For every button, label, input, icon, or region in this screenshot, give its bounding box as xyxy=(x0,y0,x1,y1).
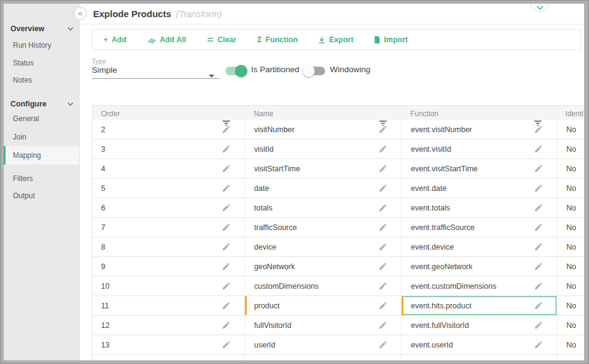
sidebar-section-overview[interactable]: Overview xyxy=(4,21,79,37)
order-value: 3 xyxy=(101,145,105,154)
edit-icon[interactable] xyxy=(222,360,231,360)
edit-icon[interactable] xyxy=(222,184,231,193)
edit-icon[interactable] xyxy=(222,262,231,271)
name-cell: totals xyxy=(245,198,402,217)
function-value: event.date xyxy=(411,184,446,193)
function-value: event.visitStartTime xyxy=(411,165,478,173)
sidebar-item-notes[interactable]: Notes xyxy=(4,72,79,88)
edit-icon[interactable] xyxy=(222,301,231,310)
sidebar-item-join[interactable]: Join xyxy=(4,129,79,145)
chevron-icon xyxy=(536,6,544,10)
column-header-identity: Identi xyxy=(557,106,584,118)
identity-cell: No xyxy=(557,120,584,139)
edit-icon[interactable] xyxy=(378,125,388,134)
page-title: Explode Products xyxy=(93,9,171,19)
add-all-button[interactable]: Add All xyxy=(148,35,186,44)
edit-icon[interactable] xyxy=(378,242,388,251)
name-value: trafficSource xyxy=(254,223,297,232)
edit-icon[interactable] xyxy=(534,340,543,349)
edit-icon[interactable] xyxy=(222,340,231,349)
windowing-toggle[interactable] xyxy=(304,67,325,75)
edit-icon[interactable] xyxy=(222,164,231,173)
page-subtitle: (Transform) xyxy=(176,9,222,19)
collapse-panel-button[interactable]: « xyxy=(73,7,87,20)
add-button[interactable]: + Add xyxy=(103,35,127,44)
function-cell: event.trafficSource xyxy=(402,218,557,237)
edit-icon[interactable] xyxy=(534,301,543,310)
sidebar-item-label: Join xyxy=(13,133,26,141)
name-value: customDimensions xyxy=(254,282,319,291)
sidebar-item-run-history[interactable]: Run History xyxy=(4,37,79,53)
edit-icon[interactable] xyxy=(534,242,543,251)
edit-icon[interactable] xyxy=(534,184,543,193)
edit-icon[interactable] xyxy=(222,321,231,330)
edit-icon[interactable] xyxy=(378,184,388,193)
name-value: visitStartTime xyxy=(254,165,300,173)
sidebar-item-status[interactable]: Status xyxy=(4,55,79,71)
function-button[interactable]: Σ Function xyxy=(257,35,298,44)
function-value: event.visitNumber xyxy=(411,125,472,134)
edit-icon[interactable] xyxy=(534,223,543,232)
sidebar-item-output[interactable]: Output xyxy=(4,188,79,204)
identity-value: No xyxy=(566,282,576,291)
order-value: 10 xyxy=(101,282,110,291)
edit-icon[interactable] xyxy=(534,125,543,134)
edit-icon[interactable] xyxy=(378,203,388,212)
edit-icon[interactable] xyxy=(222,203,231,212)
identity-value: No xyxy=(566,243,576,251)
edit-icon[interactable] xyxy=(378,301,388,310)
name-cell: customDimensions xyxy=(245,277,402,295)
identity-value: No xyxy=(566,165,576,173)
identity-cell: No xyxy=(557,335,584,354)
edit-icon[interactable] xyxy=(222,242,231,251)
edit-icon[interactable] xyxy=(378,223,388,232)
sidebar-item-general[interactable]: General xyxy=(4,111,79,127)
edit-icon[interactable] xyxy=(222,281,231,291)
sidebar-item-label: Output xyxy=(13,191,35,200)
identity-cell: No xyxy=(557,237,584,256)
edit-icon[interactable] xyxy=(222,144,231,154)
edit-icon[interactable] xyxy=(534,321,543,330)
edit-icon[interactable] xyxy=(534,360,543,360)
name-cell: userId xyxy=(245,335,402,354)
clear-icon xyxy=(207,37,214,42)
edit-icon[interactable] xyxy=(378,321,388,330)
edit-icon[interactable] xyxy=(378,281,388,291)
sidebar-item-filters[interactable]: Filters xyxy=(4,171,79,187)
edit-icon[interactable] xyxy=(378,164,388,173)
clear-button[interactable]: Clear xyxy=(207,35,236,44)
function-cell: event.date xyxy=(402,179,557,198)
function-cell: event.geoNetwork xyxy=(402,257,557,276)
edit-icon[interactable] xyxy=(534,262,543,271)
identity-value: No xyxy=(566,125,576,134)
identity-cell: No xyxy=(557,316,584,335)
order-cell: 3 xyxy=(92,139,245,158)
edit-icon[interactable] xyxy=(222,125,231,134)
edit-icon[interactable] xyxy=(534,164,543,173)
identity-cell: No xyxy=(557,277,584,295)
name-value: fullVisitorId xyxy=(254,321,291,330)
function-value: event.customDimensions xyxy=(411,282,497,291)
export-button[interactable]: Export xyxy=(318,35,353,44)
table-row: 13 userId event.userId No xyxy=(92,335,584,355)
order-cell: 7 xyxy=(92,218,245,237)
is-partitioned-toggle[interactable] xyxy=(225,67,246,75)
edit-icon[interactable] xyxy=(378,262,388,271)
import-button[interactable]: Import xyxy=(374,35,408,44)
edit-icon[interactable] xyxy=(222,223,231,232)
order-value: 2 xyxy=(101,125,105,134)
edit-icon[interactable] xyxy=(534,203,543,212)
order-cell: 11 xyxy=(92,296,245,315)
edit-icon[interactable] xyxy=(378,340,388,349)
edit-icon[interactable] xyxy=(534,281,543,291)
table-row: 2 visitNumber event.visitNumber No xyxy=(92,120,584,139)
type-select[interactable]: Simple xyxy=(92,65,220,79)
mapping-table: Order Name Function Identi 2 xyxy=(92,105,584,360)
edit-icon[interactable] xyxy=(534,144,543,154)
table-row: 4 visitStartTime event.visitStartTime No xyxy=(92,159,584,179)
sidebar-item-mapping[interactable]: Mapping xyxy=(4,146,79,165)
edit-icon[interactable] xyxy=(378,360,388,360)
sidebar-section-configure[interactable]: Configure xyxy=(4,96,79,112)
identity-value: No xyxy=(566,184,576,193)
edit-icon[interactable] xyxy=(378,144,388,154)
